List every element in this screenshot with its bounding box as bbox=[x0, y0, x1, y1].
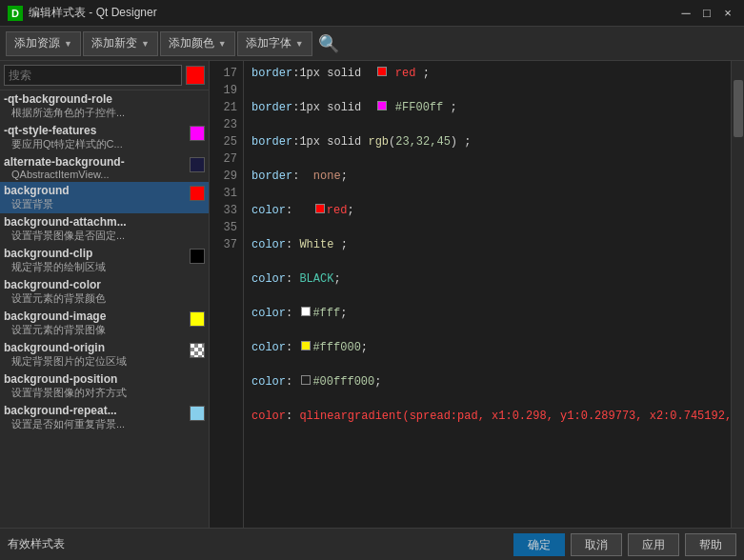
sidebar-swatch-empty bbox=[190, 372, 205, 388]
search-input[interactable] bbox=[4, 65, 182, 86]
code-line bbox=[251, 116, 723, 133]
search-icon[interactable]: 🔍 bbox=[318, 33, 339, 54]
sidebar-item-desc: 根据所选角色的子控件... bbox=[4, 106, 186, 120]
code-line: border:1px solid rgb(23,32,45) ; bbox=[251, 133, 723, 150]
title-bar: D 编辑样式表 - Qt Designer ─ □ × bbox=[0, 0, 744, 27]
window-title: 编辑样式表 - Qt Designer bbox=[29, 5, 157, 21]
sidebar-item[interactable]: background-image 设置元素的背景图像 bbox=[0, 308, 209, 339]
close-button[interactable]: × bbox=[719, 5, 736, 22]
code-area: 1719212325272931333537 border:1px solid … bbox=[210, 61, 744, 528]
add-gradient-arrow: ▼ bbox=[141, 39, 150, 49]
code-line bbox=[251, 185, 723, 202]
code-line: color: BLACK; bbox=[251, 270, 723, 288]
sidebar-swatch-empty bbox=[190, 92, 205, 108]
sidebar-item[interactable]: background-color 设置元素的背景颜色 bbox=[0, 276, 209, 308]
add-resource-button[interactable]: 添加资源 ▼ bbox=[6, 31, 81, 56]
sidebar-item-desc: 规定背景的绘制区域 bbox=[4, 260, 186, 274]
sidebar-item-desc: 设置元素的背景图像 bbox=[4, 323, 186, 337]
add-font-label: 添加字体 bbox=[246, 35, 292, 51]
sidebar-item-desc: QAbstractItemView... bbox=[4, 169, 186, 180]
add-resource-arrow: ▼ bbox=[64, 39, 72, 49]
scrollbar-thumb[interactable] bbox=[734, 80, 743, 137]
sidebar-swatch-empty bbox=[190, 215, 205, 230]
sidebar-list: -qt-background-role 根据所选角色的子控件... -qt-st… bbox=[0, 90, 209, 528]
sidebar-item-desc: 设置背景图像的对齐方式 bbox=[4, 386, 186, 400]
sidebar-item[interactable]: -qt-style-features 要应用Qt特定样式的C... bbox=[0, 122, 209, 153]
code-line bbox=[251, 219, 723, 236]
apply-button[interactable]: 应用 bbox=[628, 533, 679, 556]
code-line: color: #fff000; bbox=[251, 339, 723, 356]
sidebar-item-name: background-image bbox=[4, 310, 186, 323]
sidebar-item[interactable]: background-repeat... 设置是否如何重复背景... bbox=[0, 402, 209, 433]
add-gradient-label: 添加新变 bbox=[91, 35, 137, 51]
sidebar-item-desc: 设置元素的背景颜色 bbox=[4, 291, 186, 306]
sidebar-item-name: background-clip bbox=[4, 247, 186, 260]
sidebar-item[interactable]: background-attachm... 设置背景图像是否固定... bbox=[0, 213, 209, 245]
code-line bbox=[251, 253, 723, 270]
sidebar-item[interactable]: alternate-background- QAbstractItemView.… bbox=[0, 153, 209, 182]
code-line: border: none; bbox=[251, 168, 723, 185]
sidebar-swatch bbox=[190, 406, 205, 421]
app-icon: D bbox=[8, 6, 23, 21]
code-line bbox=[251, 150, 723, 168]
sidebar-swatch bbox=[190, 343, 205, 358]
code-line: color: #fff; bbox=[251, 305, 723, 322]
add-font-arrow: ▼ bbox=[295, 39, 304, 49]
code-line: border:1px solid #FF00ff ; bbox=[251, 99, 723, 116]
code-line bbox=[251, 322, 723, 339]
cancel-button[interactable]: 取消 bbox=[571, 533, 622, 556]
sidebar-item-name: background-color bbox=[4, 278, 186, 291]
add-color-arrow: ▼ bbox=[218, 39, 227, 49]
sidebar-swatch bbox=[190, 126, 205, 141]
add-font-button[interactable]: 添加字体 ▼ bbox=[237, 31, 312, 56]
sidebar-item-name: background bbox=[4, 184, 186, 197]
code-line: color: qlineargradient(spread:pad, x1:0.… bbox=[251, 408, 723, 425]
code-line: color: red; bbox=[251, 202, 723, 219]
scrollbar-vertical[interactable] bbox=[731, 61, 744, 528]
sidebar-item-desc: 要应用Qt特定样式的C... bbox=[4, 137, 186, 151]
search-color-swatch bbox=[186, 66, 205, 85]
sidebar-item[interactable]: background-position 设置背景图像的对齐方式 bbox=[0, 370, 209, 402]
code-line bbox=[251, 82, 723, 99]
sidebar-item-desc: 设置背景 bbox=[4, 197, 186, 211]
help-button[interactable]: 帮助 bbox=[685, 533, 736, 556]
sidebar-item[interactable]: -qt-background-role 根据所选角色的子控件... bbox=[0, 90, 209, 122]
sidebar-item-name: -qt-style-features bbox=[4, 124, 186, 137]
sidebar-item-name: background-position bbox=[4, 372, 186, 386]
code-line bbox=[251, 390, 723, 408]
sidebar-item-desc: 设置是否如何重复背景... bbox=[4, 417, 186, 431]
sidebar-swatch bbox=[190, 249, 205, 264]
sidebar-item-name: alternate-background- bbox=[4, 155, 186, 169]
code-line bbox=[251, 356, 723, 373]
code-line bbox=[251, 288, 723, 305]
sidebar-item[interactable]: background-clip 规定背景的绘制区域 bbox=[0, 245, 209, 276]
sidebar-item[interactable]: background-origin 规定背景图片的定位区域 bbox=[0, 339, 209, 370]
code-line: color: #00fff000; bbox=[251, 373, 723, 390]
sidebar-swatch bbox=[190, 311, 205, 327]
sidebar-swatch-empty bbox=[190, 278, 205, 293]
minimize-button[interactable]: ─ bbox=[677, 5, 694, 22]
valid-style-label: 有效样式表 bbox=[8, 536, 65, 552]
sidebar-item-desc: 规定背景图片的定位区域 bbox=[4, 354, 186, 369]
add-color-label: 添加颜色 bbox=[169, 35, 214, 51]
sidebar-item-name: background-attachm... bbox=[4, 215, 186, 229]
add-color-button[interactable]: 添加颜色 ▼ bbox=[160, 31, 235, 56]
code-content[interactable]: border:1px solid red ; border:1px solid … bbox=[244, 61, 731, 528]
bottom-bar: 有效样式表 确定 取消 应用 帮助 bbox=[0, 528, 744, 560]
ok-button[interactable]: 确定 bbox=[513, 533, 565, 556]
sidebar-swatch bbox=[190, 157, 205, 172]
sidebar-swatch bbox=[190, 186, 205, 201]
code-line: border:1px solid red ; bbox=[251, 65, 723, 82]
add-resource-label: 添加资源 bbox=[14, 35, 60, 51]
sidebar-item-name: background-repeat... bbox=[4, 404, 186, 417]
add-gradient-button[interactable]: 添加新变 ▼ bbox=[83, 31, 158, 56]
sidebar-item-desc: 设置背景图像是否固定... bbox=[4, 229, 186, 243]
sidebar-item[interactable]: background 设置背景 bbox=[0, 182, 209, 213]
main-area: -qt-background-role 根据所选角色的子控件... -qt-st… bbox=[0, 61, 744, 528]
code-line: color: White ; bbox=[251, 236, 723, 253]
maximize-button[interactable]: □ bbox=[698, 5, 715, 22]
sidebar-item-name: -qt-background-role bbox=[4, 92, 186, 106]
sidebar-item-name: background-origin bbox=[4, 341, 186, 354]
sidebar: -qt-background-role 根据所选角色的子控件... -qt-st… bbox=[0, 61, 210, 528]
toolbar: 添加资源 ▼ 添加新变 ▼ 添加颜色 ▼ 添加字体 ▼ 🔍 bbox=[0, 27, 744, 61]
